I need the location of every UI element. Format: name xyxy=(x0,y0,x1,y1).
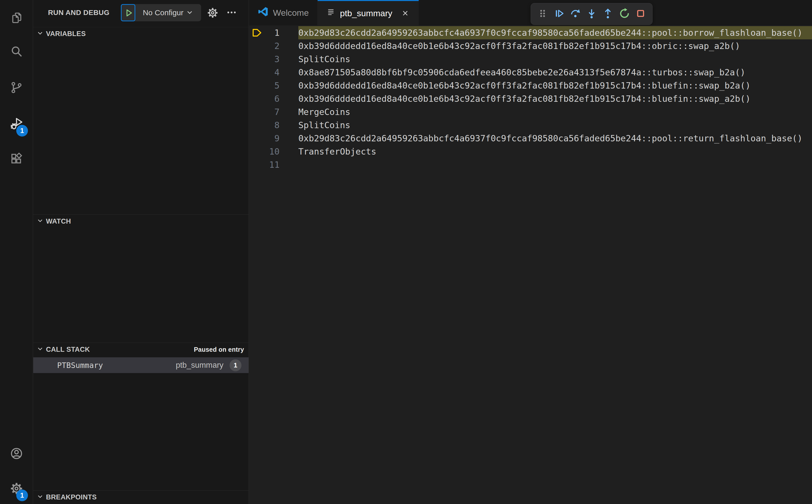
line-text: TransferObjects xyxy=(298,145,812,158)
line-number: 11 xyxy=(269,158,279,171)
line-number: 9 xyxy=(274,132,279,145)
line-number: 8 xyxy=(274,119,279,132)
gear-icon xyxy=(207,15,219,20)
section-header-call-stack[interactable]: CALL STACK Paused on entry xyxy=(33,343,248,356)
settings-badge: 1 xyxy=(16,490,28,501)
line-text xyxy=(298,158,812,171)
gutter[interactable]: 11 xyxy=(249,158,298,171)
line-text: 0xb39d6dddedd16ed8a40ce0b1e6b43c92acf0ff… xyxy=(298,92,812,105)
activity-item-source-control[interactable] xyxy=(0,73,33,103)
line-number: 3 xyxy=(274,53,279,66)
line-text: 0xb39d6dddedd16ed8a40ce0b1e6b43c92acf0ff… xyxy=(298,79,812,92)
step-out-button[interactable] xyxy=(602,8,614,20)
account-icon xyxy=(10,447,23,461)
chevron-down-icon xyxy=(186,7,194,18)
code-line[interactable]: 2 0xb39d6dddedd16ed8a40ce0b1e6b43c92acf0… xyxy=(249,39,812,53)
gripper-icon xyxy=(537,8,549,20)
continue-button[interactable] xyxy=(553,8,565,20)
code-line[interactable]: 1 0xb29d83c26cdd2a64959263abbcfc4a6937f0… xyxy=(249,26,812,39)
chevron-down-icon xyxy=(36,217,44,226)
close-icon[interactable] xyxy=(400,8,410,18)
line-number: 6 xyxy=(274,92,279,105)
stack-frame-source: ptb_summary xyxy=(176,361,223,370)
line-number: 7 xyxy=(274,105,279,119)
stop-button[interactable] xyxy=(635,8,647,20)
gutter[interactable]: 10 xyxy=(249,145,298,158)
code-line[interactable]: 10 TransferObjects xyxy=(249,145,812,158)
activity-bar: 1 xyxy=(0,0,33,504)
extensions-icon xyxy=(10,152,23,166)
gutter[interactable]: 9 xyxy=(249,132,298,145)
section-header-breakpoints[interactable]: BREAKPOINTS xyxy=(33,490,248,504)
stack-frame-badge: 1 xyxy=(229,359,241,371)
activity-item-search[interactable] xyxy=(0,37,33,67)
more-actions-button[interactable] xyxy=(224,7,239,19)
tab-label: ptb_summary xyxy=(340,8,392,18)
start-debugging-button[interactable] xyxy=(121,4,135,21)
step-out-icon xyxy=(602,8,614,20)
code-editor[interactable]: 1 0xb29d83c26cdd2a64959263abbcfc4a6937f0… xyxy=(249,25,812,504)
files-icon xyxy=(10,11,23,26)
activity-item-settings[interactable]: 1 xyxy=(0,474,33,504)
git-branch-icon xyxy=(10,81,23,95)
line-text: MergeCoins xyxy=(298,105,812,119)
gutter[interactable]: 8 xyxy=(249,119,298,132)
code-line[interactable]: 5 0xb39d6dddedd16ed8a40ce0b1e6b43c92acf0… xyxy=(249,79,812,92)
code-line[interactable]: 7 MergeCoins xyxy=(249,105,812,119)
line-text: SplitCoins xyxy=(298,53,812,66)
activity-item-extensions[interactable] xyxy=(0,144,33,174)
line-number: 5 xyxy=(274,79,279,92)
line-text: 0xb29d83c26cdd2a64959263abbcfc4a6937f0c9… xyxy=(298,26,812,39)
stack-frame-row[interactable]: PTBSummary ptb_summary 1 xyxy=(33,357,248,373)
code-line[interactable]: 6 0xb39d6dddedd16ed8a40ce0b1e6b43c92acf0… xyxy=(249,92,812,105)
editor-area: Welcome ptb_summary xyxy=(249,0,812,504)
gutter[interactable]: 6 xyxy=(249,92,298,105)
line-text: 0x8ae871505a80d8bf6bf9c05906cda6edfeea46… xyxy=(298,66,812,79)
gutter[interactable]: 7 xyxy=(249,105,298,119)
gutter[interactable]: 1 xyxy=(249,26,298,39)
gutter[interactable]: 3 xyxy=(249,53,298,66)
code-line[interactable]: 9 0xb29d83c26cdd2a64959263abbcfc4a6937f0… xyxy=(249,132,812,145)
vscode-logo-icon xyxy=(258,6,268,19)
section-label: VARIABLES xyxy=(46,30,86,38)
section-label: CALL STACK xyxy=(46,346,90,354)
section-header-variables[interactable]: VARIABLES xyxy=(33,27,248,41)
step-into-button[interactable] xyxy=(586,8,598,20)
tab-welcome[interactable]: Welcome xyxy=(249,0,318,25)
gutter[interactable]: 2 xyxy=(249,39,298,53)
debug-toolbar xyxy=(531,3,653,25)
toolbar-drag-handle[interactable] xyxy=(537,8,549,20)
line-number: 4 xyxy=(274,66,279,79)
code-line[interactable]: 3 SplitCoins xyxy=(249,53,812,66)
chevron-down-icon xyxy=(36,493,44,502)
section-header-watch[interactable]: WATCH xyxy=(33,214,248,228)
section-label: WATCH xyxy=(46,217,71,225)
activity-item-account[interactable] xyxy=(0,439,33,469)
step-over-button[interactable] xyxy=(569,8,582,20)
configuration-dropdown-label: No Configur xyxy=(143,8,183,17)
line-number: 2 xyxy=(274,39,279,53)
gutter[interactable]: 4 xyxy=(249,66,298,79)
ellipsis-icon xyxy=(226,7,237,19)
tab-ptb-summary[interactable]: ptb_summary xyxy=(318,0,419,25)
line-number: 10 xyxy=(269,145,279,158)
open-launch-json-button[interactable] xyxy=(207,7,219,19)
code-line[interactable]: 8 SplitCoins xyxy=(249,119,812,132)
step-into-icon xyxy=(586,8,598,20)
configuration-dropdown[interactable]: No Configur xyxy=(135,4,201,21)
activity-item-run-and-debug[interactable]: 1 xyxy=(0,109,33,140)
activity-item-explorer[interactable] xyxy=(0,3,33,33)
call-stack-status: Paused on entry xyxy=(194,346,244,353)
stack-frame-name: PTBSummary xyxy=(57,361,103,370)
section-label: BREAKPOINTS xyxy=(46,493,97,501)
code-line[interactable]: 4 0x8ae871505a80d8bf6bf9c05906cda6edfeea… xyxy=(249,66,812,79)
line-text: 0xb29d83c26cdd2a64959263abbcfc4a6937f0c9… xyxy=(298,132,812,145)
code-line[interactable]: 11 xyxy=(249,158,812,171)
tab-label: Welcome xyxy=(273,8,309,18)
line-text: 0xb39d6dddedd16ed8a40ce0b1e6b43c92acf0ff… xyxy=(298,39,812,53)
restart-button[interactable] xyxy=(618,8,631,20)
debug-count-badge: 1 xyxy=(16,125,28,137)
gutter[interactable]: 5 xyxy=(249,79,298,92)
chevron-down-icon xyxy=(36,345,44,354)
list-file-icon xyxy=(326,8,335,19)
